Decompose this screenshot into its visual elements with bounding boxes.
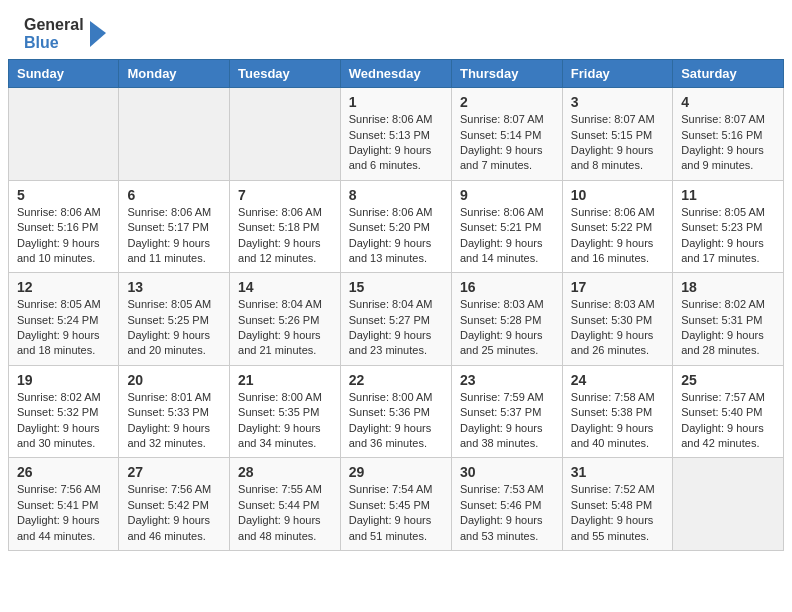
day-info: Sunrise: 8:07 AMSunset: 5:14 PMDaylight:…	[460, 112, 554, 174]
day-info: Sunrise: 7:54 AMSunset: 5:45 PMDaylight:…	[349, 482, 443, 544]
day-number: 19	[17, 372, 110, 388]
calendar-cell: 23Sunrise: 7:59 AMSunset: 5:37 PMDayligh…	[451, 365, 562, 458]
day-number: 17	[571, 279, 664, 295]
calendar-cell: 7Sunrise: 8:06 AMSunset: 5:18 PMDaylight…	[230, 180, 341, 273]
day-number: 16	[460, 279, 554, 295]
calendar-cell: 15Sunrise: 8:04 AMSunset: 5:27 PMDayligh…	[340, 273, 451, 366]
calendar-cell: 12Sunrise: 8:05 AMSunset: 5:24 PMDayligh…	[9, 273, 119, 366]
day-info: Sunrise: 7:56 AMSunset: 5:41 PMDaylight:…	[17, 482, 110, 544]
day-info: Sunrise: 8:00 AMSunset: 5:36 PMDaylight:…	[349, 390, 443, 452]
day-number: 31	[571, 464, 664, 480]
calendar-cell: 3Sunrise: 8:07 AMSunset: 5:15 PMDaylight…	[562, 88, 672, 181]
day-info: Sunrise: 8:02 AMSunset: 5:32 PMDaylight:…	[17, 390, 110, 452]
week-row-4: 19Sunrise: 8:02 AMSunset: 5:32 PMDayligh…	[9, 365, 784, 458]
calendar-table: SundayMondayTuesdayWednesdayThursdayFrid…	[8, 59, 784, 551]
day-info: Sunrise: 8:05 AMSunset: 5:24 PMDaylight:…	[17, 297, 110, 359]
day-number: 25	[681, 372, 775, 388]
day-number: 18	[681, 279, 775, 295]
calendar-cell	[9, 88, 119, 181]
day-info: Sunrise: 7:57 AMSunset: 5:40 PMDaylight:…	[681, 390, 775, 452]
logo-wordmark: General Blue	[24, 16, 108, 51]
day-number: 3	[571, 94, 664, 110]
calendar-cell: 25Sunrise: 7:57 AMSunset: 5:40 PMDayligh…	[673, 365, 784, 458]
svg-marker-0	[90, 21, 106, 47]
day-number: 1	[349, 94, 443, 110]
day-number: 29	[349, 464, 443, 480]
day-info: Sunrise: 8:06 AMSunset: 5:21 PMDaylight:…	[460, 205, 554, 267]
calendar-cell: 21Sunrise: 8:00 AMSunset: 5:35 PMDayligh…	[230, 365, 341, 458]
day-info: Sunrise: 8:05 AMSunset: 5:23 PMDaylight:…	[681, 205, 775, 267]
day-number: 27	[127, 464, 221, 480]
day-number: 26	[17, 464, 110, 480]
calendar-cell: 5Sunrise: 8:06 AMSunset: 5:16 PMDaylight…	[9, 180, 119, 273]
calendar-cell: 16Sunrise: 8:03 AMSunset: 5:28 PMDayligh…	[451, 273, 562, 366]
calendar-cell: 13Sunrise: 8:05 AMSunset: 5:25 PMDayligh…	[119, 273, 230, 366]
day-number: 10	[571, 187, 664, 203]
day-number: 13	[127, 279, 221, 295]
calendar-cell: 22Sunrise: 8:00 AMSunset: 5:36 PMDayligh…	[340, 365, 451, 458]
calendar-cell: 20Sunrise: 8:01 AMSunset: 5:33 PMDayligh…	[119, 365, 230, 458]
day-number: 30	[460, 464, 554, 480]
calendar-cell: 1Sunrise: 8:06 AMSunset: 5:13 PMDaylight…	[340, 88, 451, 181]
calendar-cell: 4Sunrise: 8:07 AMSunset: 5:16 PMDaylight…	[673, 88, 784, 181]
day-info: Sunrise: 8:03 AMSunset: 5:30 PMDaylight:…	[571, 297, 664, 359]
day-info: Sunrise: 8:06 AMSunset: 5:22 PMDaylight:…	[571, 205, 664, 267]
logo-general: General	[24, 16, 84, 34]
weekday-header-friday: Friday	[562, 60, 672, 88]
logo-sail-icon	[86, 19, 108, 49]
day-info: Sunrise: 8:01 AMSunset: 5:33 PMDaylight:…	[127, 390, 221, 452]
weekday-header-saturday: Saturday	[673, 60, 784, 88]
calendar-cell: 26Sunrise: 7:56 AMSunset: 5:41 PMDayligh…	[9, 458, 119, 551]
calendar-cell	[119, 88, 230, 181]
day-number: 5	[17, 187, 110, 203]
weekday-header-monday: Monday	[119, 60, 230, 88]
day-number: 15	[349, 279, 443, 295]
weekday-header-sunday: Sunday	[9, 60, 119, 88]
calendar-cell: 11Sunrise: 8:05 AMSunset: 5:23 PMDayligh…	[673, 180, 784, 273]
day-info: Sunrise: 8:07 AMSunset: 5:16 PMDaylight:…	[681, 112, 775, 174]
calendar-cell: 29Sunrise: 7:54 AMSunset: 5:45 PMDayligh…	[340, 458, 451, 551]
calendar-cell: 19Sunrise: 8:02 AMSunset: 5:32 PMDayligh…	[9, 365, 119, 458]
weekday-header-thursday: Thursday	[451, 60, 562, 88]
day-number: 6	[127, 187, 221, 203]
calendar-cell: 8Sunrise: 8:06 AMSunset: 5:20 PMDaylight…	[340, 180, 451, 273]
calendar-cell	[230, 88, 341, 181]
day-number: 23	[460, 372, 554, 388]
weekday-header-tuesday: Tuesday	[230, 60, 341, 88]
day-info: Sunrise: 7:55 AMSunset: 5:44 PMDaylight:…	[238, 482, 332, 544]
day-number: 24	[571, 372, 664, 388]
calendar-cell: 24Sunrise: 7:58 AMSunset: 5:38 PMDayligh…	[562, 365, 672, 458]
day-info: Sunrise: 8:00 AMSunset: 5:35 PMDaylight:…	[238, 390, 332, 452]
logo-blue: Blue	[24, 34, 84, 52]
day-info: Sunrise: 7:52 AMSunset: 5:48 PMDaylight:…	[571, 482, 664, 544]
week-row-3: 12Sunrise: 8:05 AMSunset: 5:24 PMDayligh…	[9, 273, 784, 366]
calendar-cell: 9Sunrise: 8:06 AMSunset: 5:21 PMDaylight…	[451, 180, 562, 273]
day-number: 21	[238, 372, 332, 388]
day-info: Sunrise: 7:58 AMSunset: 5:38 PMDaylight:…	[571, 390, 664, 452]
calendar-cell: 28Sunrise: 7:55 AMSunset: 5:44 PMDayligh…	[230, 458, 341, 551]
day-number: 28	[238, 464, 332, 480]
day-info: Sunrise: 8:02 AMSunset: 5:31 PMDaylight:…	[681, 297, 775, 359]
day-info: Sunrise: 7:59 AMSunset: 5:37 PMDaylight:…	[460, 390, 554, 452]
day-number: 8	[349, 187, 443, 203]
day-info: Sunrise: 8:06 AMSunset: 5:18 PMDaylight:…	[238, 205, 332, 267]
calendar-cell: 10Sunrise: 8:06 AMSunset: 5:22 PMDayligh…	[562, 180, 672, 273]
day-info: Sunrise: 8:06 AMSunset: 5:16 PMDaylight:…	[17, 205, 110, 267]
calendar-cell: 14Sunrise: 8:04 AMSunset: 5:26 PMDayligh…	[230, 273, 341, 366]
week-row-2: 5Sunrise: 8:06 AMSunset: 5:16 PMDaylight…	[9, 180, 784, 273]
day-info: Sunrise: 8:03 AMSunset: 5:28 PMDaylight:…	[460, 297, 554, 359]
calendar-cell: 18Sunrise: 8:02 AMSunset: 5:31 PMDayligh…	[673, 273, 784, 366]
calendar-cell: 31Sunrise: 7:52 AMSunset: 5:48 PMDayligh…	[562, 458, 672, 551]
header: General Blue	[0, 0, 792, 59]
day-info: Sunrise: 8:06 AMSunset: 5:13 PMDaylight:…	[349, 112, 443, 174]
day-info: Sunrise: 7:53 AMSunset: 5:46 PMDaylight:…	[460, 482, 554, 544]
calendar-cell: 2Sunrise: 8:07 AMSunset: 5:14 PMDaylight…	[451, 88, 562, 181]
day-number: 14	[238, 279, 332, 295]
week-row-5: 26Sunrise: 7:56 AMSunset: 5:41 PMDayligh…	[9, 458, 784, 551]
logo: General Blue	[24, 16, 108, 51]
day-info: Sunrise: 8:06 AMSunset: 5:17 PMDaylight:…	[127, 205, 221, 267]
day-info: Sunrise: 7:56 AMSunset: 5:42 PMDaylight:…	[127, 482, 221, 544]
day-number: 11	[681, 187, 775, 203]
day-info: Sunrise: 8:04 AMSunset: 5:26 PMDaylight:…	[238, 297, 332, 359]
calendar-cell	[673, 458, 784, 551]
